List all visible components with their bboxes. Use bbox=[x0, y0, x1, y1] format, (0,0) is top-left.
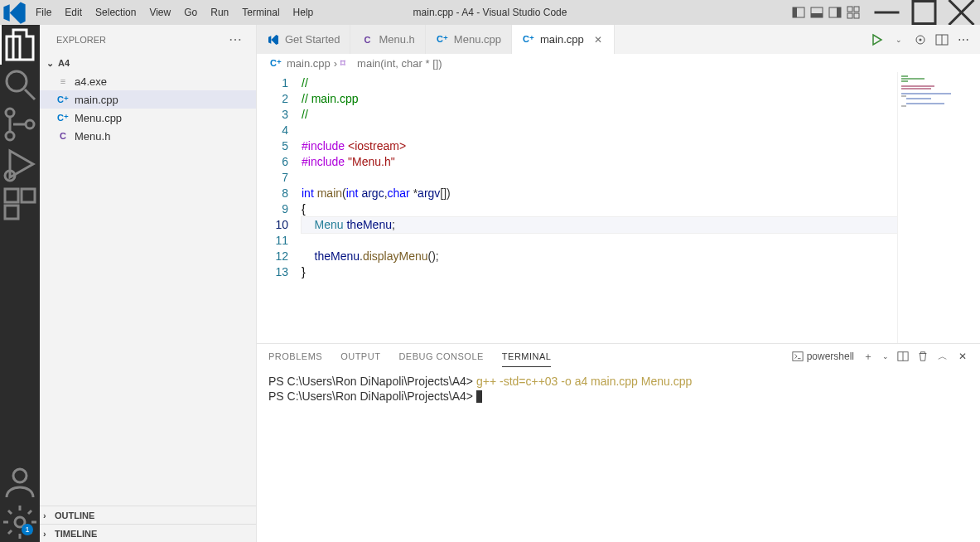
menu-help[interactable]: Help bbox=[287, 0, 321, 25]
editor-more-icon[interactable]: ⋯ bbox=[957, 33, 970, 46]
menu-edit[interactable]: Edit bbox=[58, 0, 89, 25]
panel-tab-debug-console[interactable]: DEBUG CONSOLE bbox=[398, 346, 483, 367]
file-type-icon: ≡ bbox=[56, 76, 70, 86]
code-editor[interactable]: //// main.cpp// #include <iostream>#incl… bbox=[302, 72, 897, 343]
menu-terminal[interactable]: Terminal bbox=[235, 0, 286, 25]
file-name: Menu.cpp bbox=[75, 112, 122, 124]
terminal-cursor bbox=[476, 390, 482, 403]
close-tab-icon[interactable]: ✕ bbox=[592, 34, 604, 46]
file-name: main.cpp bbox=[75, 94, 118, 106]
editor-tab[interactable]: C⁺Menu.cpp bbox=[426, 25, 512, 54]
tab-label: main.cpp bbox=[540, 33, 584, 46]
svg-rect-6 bbox=[847, 7, 852, 12]
vscode-logo-icon bbox=[0, 0, 29, 27]
toggle-panel-icon[interactable] bbox=[810, 6, 823, 19]
titlebar: FileEditSelectionViewGoRunTerminalHelp m… bbox=[0, 0, 980, 25]
tab-file-icon: C⁺ bbox=[436, 34, 449, 45]
panel-tab-output[interactable]: OUTPUT bbox=[340, 346, 380, 367]
toggle-secondary-sidebar-icon[interactable] bbox=[828, 6, 842, 19]
panel-tabs: PROBLEMSOUTPUTDEBUG CONSOLETERMINAL powe… bbox=[257, 344, 980, 369]
editor-tab[interactable]: C⁺main.cpp✕ bbox=[512, 25, 615, 54]
editor-tab[interactable]: CMenu.h bbox=[350, 25, 425, 54]
file-type-icon: C⁺ bbox=[56, 94, 70, 105]
menu-run[interactable]: Run bbox=[204, 0, 235, 25]
svg-rect-7 bbox=[854, 7, 859, 12]
extensions-activity-icon[interactable] bbox=[0, 184, 40, 224]
tab-label: Menu.h bbox=[379, 33, 414, 46]
file-type-icon: C⁺ bbox=[56, 113, 70, 123]
svg-rect-11 bbox=[913, 2, 935, 24]
panel-tab-problems[interactable]: PROBLEMS bbox=[268, 346, 322, 367]
maximize-button[interactable] bbox=[905, 0, 943, 25]
close-window-button[interactable] bbox=[943, 0, 980, 25]
split-editor-icon[interactable] bbox=[935, 33, 949, 46]
workspace-folder[interactable]: ⌄ A4 bbox=[40, 54, 256, 72]
layout-controls bbox=[784, 6, 868, 19]
new-terminal-dropdown-icon[interactable]: ⌄ bbox=[882, 352, 889, 361]
breadcrumbs[interactable]: C⁺ main.cpp › ⌑ main(int, char * []) bbox=[257, 54, 980, 72]
settings-badge: 1 bbox=[22, 524, 33, 535]
toggle-primary-sidebar-icon[interactable] bbox=[792, 6, 805, 19]
tab-label: Get Started bbox=[285, 33, 340, 46]
svg-point-16 bbox=[6, 109, 14, 117]
svg-line-15 bbox=[25, 90, 35, 99]
menu-go[interactable]: Go bbox=[177, 0, 204, 25]
file-item[interactable]: C⁺Menu.cpp bbox=[40, 109, 256, 127]
minimap[interactable] bbox=[897, 72, 980, 343]
menubar: FileEditSelectionViewGoRunTerminalHelp bbox=[29, 0, 320, 25]
search-activity-icon[interactable] bbox=[0, 65, 40, 104]
terminal-output[interactable]: PS C:\Users\Ron DiNapoli\Projects\A4> g+… bbox=[257, 369, 980, 542]
new-terminal-icon[interactable]: ＋ bbox=[862, 351, 874, 362]
activitybar: 1 bbox=[0, 25, 40, 542]
menu-view[interactable]: View bbox=[142, 0, 177, 25]
settings-activity-icon[interactable]: 1 bbox=[0, 502, 40, 542]
editor-tab[interactable]: Get Started bbox=[257, 25, 350, 54]
file-item[interactable]: CMenu.h bbox=[40, 127, 256, 145]
split-terminal-icon[interactable] bbox=[897, 351, 909, 362]
close-panel-icon[interactable]: ✕ bbox=[957, 351, 968, 362]
menu-selection[interactable]: Selection bbox=[89, 0, 142, 25]
run-code-icon[interactable] bbox=[871, 33, 884, 46]
accounts-activity-icon[interactable] bbox=[0, 462, 40, 502]
run-dropdown-icon[interactable]: ⌄ bbox=[892, 33, 905, 46]
svg-rect-22 bbox=[5, 206, 18, 219]
sidebar: EXPLORER ⋯ ⌄ A4 ≡a4.exeC⁺main.cppC⁺Menu.… bbox=[40, 25, 257, 542]
tab-file-icon bbox=[267, 33, 280, 46]
terminal-shell-selector[interactable]: powershell bbox=[792, 351, 854, 362]
chevron-down-icon: ⌄ bbox=[46, 58, 58, 69]
source-control-activity-icon[interactable] bbox=[0, 104, 40, 144]
timeline-section[interactable]: ›TIMELINE bbox=[40, 524, 256, 542]
file-item[interactable]: C⁺main.cpp bbox=[40, 90, 256, 109]
split-settings-icon[interactable] bbox=[914, 33, 927, 46]
file-name: a4.exe bbox=[75, 75, 107, 88]
svg-point-26 bbox=[920, 38, 922, 41]
panel-tab-terminal[interactable]: TERMINAL bbox=[502, 346, 552, 367]
file-icon: C⁺ bbox=[270, 58, 283, 69]
svg-rect-29 bbox=[793, 352, 803, 361]
run-debug-activity-icon[interactable] bbox=[0, 144, 40, 184]
maximize-panel-icon[interactable]: ︿ bbox=[937, 351, 949, 362]
file-name: Menu.h bbox=[75, 130, 110, 143]
powershell-icon bbox=[792, 351, 804, 362]
tab-label: Menu.cpp bbox=[454, 33, 501, 46]
menu-file[interactable]: File bbox=[29, 0, 58, 25]
svg-rect-20 bbox=[5, 189, 18, 202]
editor-tabs: Get StartedCMenu.hC⁺Menu.cppC⁺main.cpp✕ … bbox=[257, 25, 980, 54]
kill-terminal-icon[interactable] bbox=[917, 351, 929, 362]
minimize-button[interactable] bbox=[868, 0, 905, 25]
chevron-right-icon: › bbox=[43, 529, 55, 539]
explorer-activity-icon[interactable] bbox=[0, 25, 40, 65]
file-item[interactable]: ≡a4.exe bbox=[40, 72, 256, 90]
explorer-title: EXPLORER bbox=[56, 35, 106, 45]
explorer-more-icon[interactable]: ⋯ bbox=[229, 31, 243, 47]
outline-section[interactable]: ›OUTLINE bbox=[40, 506, 256, 524]
function-icon: ⌑ bbox=[340, 58, 354, 69]
svg-rect-8 bbox=[847, 13, 852, 18]
svg-point-14 bbox=[7, 71, 27, 91]
svg-rect-9 bbox=[854, 13, 859, 18]
customize-layout-icon[interactable] bbox=[847, 6, 860, 19]
file-type-icon: C bbox=[56, 131, 70, 141]
line-gutter: 12345678910111213 bbox=[257, 72, 302, 343]
chevron-right-icon: › bbox=[43, 511, 55, 520]
file-tree: ⌄ A4 ≡a4.exeC⁺main.cppC⁺Menu.cppCMenu.h bbox=[40, 54, 256, 506]
